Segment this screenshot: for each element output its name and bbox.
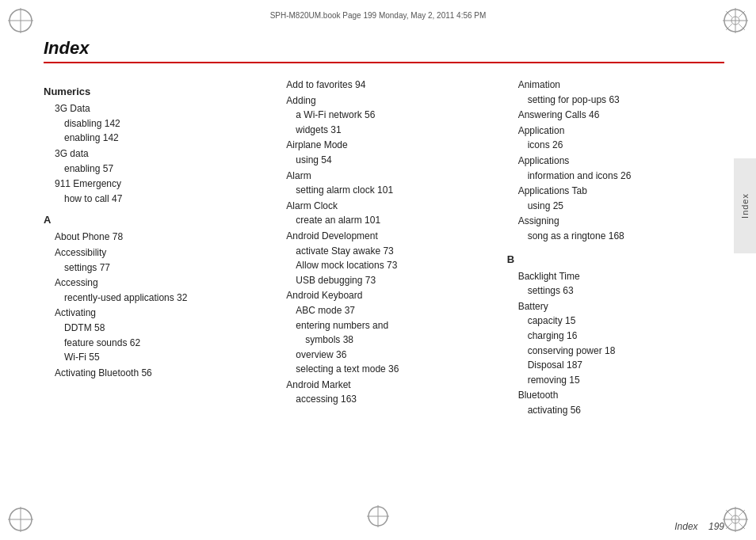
entry-android-keyboard-sub2: entering numbers and <box>275 318 492 333</box>
entry-bluetooth-sub1: activating 56 <box>507 403 724 418</box>
entry-about-phone-main: About Phone 78 <box>44 230 261 245</box>
corner-mark-br <box>721 505 750 534</box>
entry-assigning-sub1: song as a ringtone 168 <box>507 229 724 244</box>
entry-battery-sub3: conserving power 18 <box>507 344 724 359</box>
entry-backlight-main: Backlight Time <box>507 269 724 284</box>
column-1: Numerics 3G Data disabling 142 enabling … <box>44 78 275 508</box>
entry-add-favorites: Add to favorites 94 <box>275 78 492 93</box>
entry-android-keyboard-main: Android Keyboard <box>275 288 492 303</box>
entry-activating-sub3: Wi-Fi 55 <box>44 350 261 365</box>
entry-android-dev-sub1: activate Stay awake 73 <box>275 244 492 259</box>
entry-adding-main: Adding <box>275 93 492 108</box>
entry-activating: Activating DDTM 58 feature sounds 62 Wi-… <box>44 306 261 364</box>
entry-alarm-main: Alarm <box>275 169 492 184</box>
entry-accessing-sub1: recently-used applications 32 <box>44 291 261 306</box>
entry-alarm-clock-sub1: create an alarm 101 <box>275 213 492 228</box>
entry-activating-bt-main: Activating Bluetooth 56 <box>44 366 261 381</box>
entry-applications-tab-sub1: using 25 <box>507 199 724 214</box>
entry-airplane-mode-main: Airplane Mode <box>275 138 492 153</box>
entry-applications-tab: Applications Tab using 25 <box>507 184 724 213</box>
entry-adding-sub2: widgets 31 <box>275 123 492 138</box>
entry-animation: Animation setting for pop-ups 63 <box>507 78 724 107</box>
entry-animation-main: Animation <box>507 78 724 93</box>
entry-activating-main: Activating <box>44 306 261 321</box>
entry-3g-data-lower-main: 3G data <box>44 146 261 162</box>
side-tab: Index <box>734 158 756 253</box>
entry-activating-sub2: feature sounds 62 <box>44 336 261 351</box>
entry-accessibility-main: Accessibility <box>44 245 261 260</box>
entry-android-market-sub1: accessing 163 <box>275 392 492 407</box>
entry-accessing-main: Accessing <box>44 276 261 291</box>
entry-911-sub1: how to call 47 <box>44 192 261 207</box>
entry-bluetooth-main: Bluetooth <box>507 388 724 403</box>
header-text: SPH-M820UM.book Page 199 Monday, May 2, … <box>270 11 487 20</box>
entry-android-keyboard-sub4: selecting a text mode 36 <box>275 362 492 377</box>
section-letter-numerics: Numerics <box>44 84 261 100</box>
side-tab-label: Index <box>740 193 750 219</box>
entry-adding-sub1: a Wi-Fi network 56 <box>275 108 492 123</box>
entry-about-phone: About Phone 78 <box>44 230 261 245</box>
entry-add-favorites-main: Add to favorites 94 <box>275 78 492 93</box>
entry-application-main: Application <box>507 124 724 139</box>
entry-battery-sub4: Disposal 187 <box>507 358 724 373</box>
entry-applications-tab-main: Applications Tab <box>507 184 724 199</box>
entry-activating-sub1: DDTM 58 <box>44 321 261 336</box>
corner-mark-bl <box>6 505 35 534</box>
column-3: Animation setting for pop-ups 63 Answeri… <box>507 78 724 508</box>
title-underline <box>44 62 724 63</box>
entry-android-dev-main: Android Development <box>275 229 492 244</box>
entry-assigning: Assigning song as a ringtone 168 <box>507 214 724 243</box>
entry-battery-sub5: removing 15 <box>507 373 724 388</box>
entry-applications-main: Applications <box>507 154 724 169</box>
entry-answering-calls: Answering Calls 46 <box>507 108 724 123</box>
column-2: Add to favorites 94 Adding a Wi-Fi netwo… <box>275 78 506 508</box>
entry-application-sub1: icons 26 <box>507 138 724 153</box>
entry-accessing: Accessing recently-used applications 32 <box>44 276 261 305</box>
entry-3g-data-lower: 3G data enabling 57 <box>44 146 261 176</box>
entry-android-dev: Android Development activate Stay awake … <box>275 229 492 287</box>
entry-3g-data-lower-sub1: enabling 57 <box>44 162 261 177</box>
entry-battery-sub2: charging 16 <box>507 329 724 344</box>
entry-3g-data-main: 3G Data <box>44 101 261 116</box>
entry-android-keyboard-sub3: overview 36 <box>275 348 492 363</box>
entry-battery-main: Battery <box>507 299 724 314</box>
page-header: SPH-M820UM.book Page 199 Monday, May 2, … <box>48 6 708 24</box>
entry-bluetooth: Bluetooth activating 56 <box>507 388 724 417</box>
entry-application: Application icons 26 <box>507 124 724 153</box>
main-content: Index Numerics 3G Data disabling 142 ena… <box>44 38 724 508</box>
entry-alarm-clock: Alarm Clock create an alarm 101 <box>275 199 492 228</box>
entry-battery: Battery capacity 15 charging 16 conservi… <box>507 299 724 388</box>
section-letter-a: A <box>44 212 261 228</box>
entry-accessibility-sub1: settings 77 <box>44 260 261 276</box>
entry-airplane-mode-sub1: using 54 <box>275 153 492 168</box>
entry-911-main: 911 Emergency <box>44 177 261 192</box>
corner-mark-tr <box>721 6 750 35</box>
entry-adding: Adding a Wi-Fi network 56 widgets 31 <box>275 93 492 138</box>
footer-label: Index <box>674 521 697 532</box>
bottom-center-mark <box>366 504 390 530</box>
entry-accessibility: Accessibility settings 77 <box>44 245 261 275</box>
entry-applications: Applications information and icons 26 <box>507 154 724 183</box>
entry-alarm: Alarm setting alarm clock 101 <box>275 169 492 198</box>
section-numerics: Numerics 3G Data disabling 142 enabling … <box>44 84 261 206</box>
entry-android-keyboard-sub1: ABC mode 37 <box>275 303 492 318</box>
entry-3g-data-sub1: disabling 142 <box>44 116 261 131</box>
entry-answering-calls-main: Answering Calls 46 <box>507 108 724 123</box>
entry-android-keyboard-sub2b: symbols 38 <box>275 333 492 348</box>
entry-battery-sub1: capacity 15 <box>507 314 724 329</box>
entry-android-keyboard: Android Keyboard ABC mode 37 entering nu… <box>275 288 492 377</box>
entry-backlight: Backlight Time settings 63 <box>507 269 724 299</box>
entry-911: 911 Emergency how to call 47 <box>44 177 261 206</box>
entry-android-market: Android Market accessing 163 <box>275 378 492 407</box>
entry-backlight-sub1: settings 63 <box>507 283 724 299</box>
footer-page: 199 <box>708 521 724 532</box>
columns: Numerics 3G Data disabling 142 enabling … <box>44 78 724 508</box>
entry-alarm-sub1: setting alarm clock 101 <box>275 183 492 198</box>
entry-alarm-clock-main: Alarm Clock <box>275 199 492 214</box>
entry-assigning-main: Assigning <box>507 214 724 229</box>
entry-applications-sub1: information and icons 26 <box>507 169 724 184</box>
entry-android-dev-sub2: Allow mock locations 73 <box>275 258 492 273</box>
entry-3g-data-sub2: enabling 142 <box>44 131 261 146</box>
entry-3g-data: 3G Data disabling 142 enabling 142 <box>44 101 261 146</box>
entry-activating-bt: Activating Bluetooth 56 <box>44 366 261 381</box>
